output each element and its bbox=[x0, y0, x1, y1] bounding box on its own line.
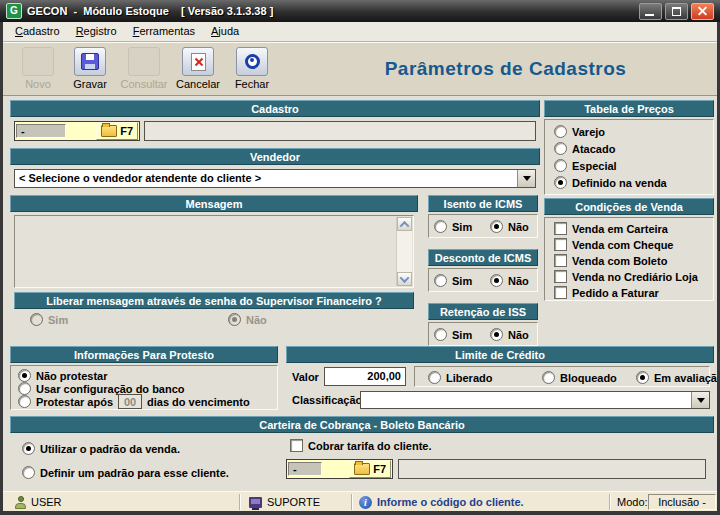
radio-atacado[interactable]: Atacado bbox=[554, 142, 615, 155]
radio-protestar-apos[interactable]: Protestar após 00 dias do vencimento bbox=[18, 394, 250, 409]
new-icon bbox=[22, 47, 54, 76]
classificacao-select[interactable] bbox=[360, 391, 710, 409]
scroll-down-button[interactable] bbox=[397, 272, 412, 286]
checkbox-icon bbox=[554, 254, 567, 267]
radio-icon bbox=[554, 125, 567, 138]
radio-padrao-venda[interactable]: Utilizar o padrão da venda. bbox=[22, 442, 180, 455]
checkbox-venda-cheque[interactable]: Venda com Cheque bbox=[554, 238, 673, 251]
radio-padrao-cliente[interactable]: Definir um padrão para esse cliente. bbox=[22, 466, 229, 479]
search-icon bbox=[128, 47, 160, 76]
save-button[interactable]: Gravar bbox=[65, 47, 115, 90]
isento-sim-radio[interactable]: Sim bbox=[434, 220, 472, 233]
menu-bar: Cadastro Registro Ferramentas Ajuda bbox=[3, 22, 717, 42]
cadastro-name-field[interactable] bbox=[144, 121, 536, 141]
checkbox-icon bbox=[290, 439, 303, 452]
window-border-bottom bbox=[0, 511, 720, 515]
carteira-f7-button[interactable]: F7 bbox=[349, 460, 391, 478]
venda-carteira-label: Venda em Carteira bbox=[572, 223, 668, 235]
menu-registro-rest: egistro bbox=[84, 25, 117, 37]
radio-icon bbox=[490, 220, 503, 233]
window-controls bbox=[639, 3, 714, 20]
retencao-nao-radio[interactable]: Não bbox=[490, 328, 529, 341]
cancel-button[interactable]: Cancelar bbox=[173, 47, 223, 90]
radio-nao-protestar[interactable]: Não protestar bbox=[18, 369, 108, 382]
padrao-cliente-label: Definir um padrão para esse cliente. bbox=[40, 467, 229, 479]
liberado-label: Liberado bbox=[446, 372, 492, 384]
radio-especial-label: Especial bbox=[572, 160, 617, 172]
dias-vencimento-label: dias do vencimento bbox=[147, 396, 250, 408]
checkbox-venda-carteira[interactable]: Venda em Carteira bbox=[554, 222, 668, 235]
carteira-lookup-field[interactable]: - F7 bbox=[286, 459, 393, 479]
retencao-nao-label: Não bbox=[508, 329, 529, 341]
status-divider bbox=[351, 494, 352, 510]
radio-varejo[interactable]: Varejo bbox=[554, 125, 605, 138]
desconto-nao-label: Não bbox=[508, 275, 529, 287]
vendedor-select[interactable]: < Selecione o vendedor atendente do clie… bbox=[14, 169, 536, 188]
radio-definido-na-venda[interactable]: Definido na venda bbox=[554, 176, 667, 189]
tabela-precos-header: Tabela de Preços bbox=[544, 100, 714, 117]
menu-cadastro[interactable]: Cadastro bbox=[7, 23, 68, 40]
cadastro-f7-button[interactable]: F7 bbox=[96, 122, 138, 140]
checkbox-pedido-faturar[interactable]: Pedido a Faturar bbox=[554, 286, 659, 299]
window-title: GECON - Módulo Estoque [ Versão 3.1.3.38… bbox=[27, 5, 273, 17]
status-divider bbox=[239, 494, 240, 510]
checkbox-venda-boleto[interactable]: Venda com Boleto bbox=[554, 254, 667, 267]
menu-registro[interactable]: Registro bbox=[68, 23, 125, 40]
classificacao-dropdown-button[interactable] bbox=[691, 392, 709, 408]
radio-varejo-label: Varejo bbox=[572, 126, 605, 138]
checkbox-cobrar-tarifa[interactable]: Cobrar tarifa do cliente. bbox=[290, 439, 431, 452]
limite-credito-header: Limite de Crédito bbox=[286, 346, 714, 363]
scroll-up-button[interactable] bbox=[397, 217, 412, 231]
isento-sim-label: Sim bbox=[452, 221, 472, 233]
page-title: Parâmetros de Cadastros bbox=[303, 58, 708, 80]
liberar-sim-label: Sim bbox=[48, 314, 68, 326]
close-form-button[interactable]: Fechar bbox=[227, 47, 277, 90]
cadastro-header: Cadastro bbox=[10, 100, 540, 117]
vendedor-dropdown-button[interactable] bbox=[517, 170, 535, 187]
mensagem-scrollbar[interactable] bbox=[396, 217, 412, 286]
checkbox-venda-crediario[interactable]: Venda no Crediário Loja bbox=[554, 270, 698, 283]
radio-especial[interactable]: Especial bbox=[554, 159, 617, 172]
menu-ajuda[interactable]: Ajuda bbox=[203, 23, 247, 40]
radio-icon bbox=[22, 466, 35, 479]
cancel-button-label: Cancelar bbox=[173, 78, 223, 90]
menu-ferramentas[interactable]: Ferramentas bbox=[125, 23, 203, 40]
isento-nao-radio[interactable]: Não bbox=[490, 220, 529, 233]
status-bar: USER SUPORTE i Informe o código do clien… bbox=[3, 491, 717, 512]
checkbox-icon bbox=[554, 286, 567, 299]
vendedor-header: Vendedor bbox=[10, 148, 540, 165]
radio-atacado-label: Atacado bbox=[572, 143, 615, 155]
mode-label-item: Modo: bbox=[617, 492, 648, 512]
minimize-button[interactable] bbox=[639, 3, 662, 20]
radio-em-avaliacao[interactable]: Em avaliação bbox=[636, 371, 720, 384]
window-border-left bbox=[0, 0, 3, 515]
radio-definido-label: Definido na venda bbox=[572, 177, 667, 189]
menu-ferramentas-rest: erramentas bbox=[139, 25, 195, 37]
radio-icon bbox=[554, 159, 567, 172]
protesto-header: Informações Para Protesto bbox=[10, 346, 278, 363]
radio-bloqueado[interactable]: Bloqueado bbox=[542, 371, 617, 384]
radio-icon bbox=[636, 371, 649, 384]
status-station: SUPORTE bbox=[249, 492, 320, 512]
title-bar: G GECON - Módulo Estoque [ Versão 3.1.3.… bbox=[0, 0, 720, 22]
mode-value-box: Inclusão - bbox=[648, 494, 716, 510]
desconto-sim-radio[interactable]: Sim bbox=[434, 274, 472, 287]
vendedor-selected-value: < Selecione o vendedor atendente do clie… bbox=[15, 170, 517, 187]
carteira-name-field[interactable] bbox=[398, 459, 706, 479]
desconto-nao-radio[interactable]: Não bbox=[490, 274, 529, 287]
retencao-iss-header: Retenção de ISS bbox=[428, 303, 538, 320]
nao-protestar-label: Não protestar bbox=[36, 370, 108, 382]
dias-protesto-input[interactable]: 00 bbox=[118, 394, 142, 409]
mensagem-textarea[interactable] bbox=[14, 215, 414, 288]
info-icon: i bbox=[359, 496, 372, 509]
close-form-button-label: Fechar bbox=[227, 78, 277, 90]
close-button[interactable] bbox=[691, 3, 714, 20]
cadastro-lookup-field[interactable]: - F7 bbox=[14, 121, 140, 141]
valor-input[interactable]: 200,00 bbox=[324, 367, 406, 386]
terminal-icon bbox=[249, 497, 262, 508]
f7-label: F7 bbox=[120, 125, 133, 137]
radio-liberado[interactable]: Liberado bbox=[428, 371, 492, 384]
checkbox-icon bbox=[554, 222, 567, 235]
maximize-button[interactable] bbox=[665, 3, 688, 20]
retencao-sim-radio[interactable]: Sim bbox=[434, 328, 472, 341]
